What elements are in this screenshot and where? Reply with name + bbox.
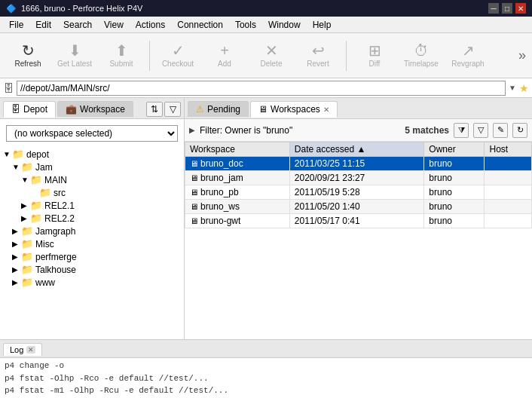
- expand-jamgraph-icon[interactable]: ▶: [12, 227, 21, 235]
- add-button[interactable]: + Add: [203, 36, 246, 75]
- table-row[interactable]: 🖥bruno_doc 2011/03/25 11:15 bruno: [185, 157, 532, 171]
- tree-item-misc[interactable]: ▶ 📁 Misc: [0, 237, 184, 250]
- tree-item-www[interactable]: ▶ 📁 www: [0, 276, 184, 289]
- log-tab-close[interactable]: ✕: [26, 346, 35, 354]
- toolbar-more-icon[interactable]: »: [518, 47, 526, 63]
- title-bar-controls[interactable]: ─ □ ✕: [488, 3, 526, 14]
- menu-search[interactable]: Search: [57, 18, 98, 32]
- col-owner[interactable]: Owner: [424, 142, 485, 157]
- col-date[interactable]: Date accessed ▲: [289, 142, 423, 157]
- close-button[interactable]: ✕: [515, 3, 526, 14]
- filter-button[interactable]: ▽: [164, 102, 181, 117]
- filter-edit-button[interactable]: ✎: [493, 123, 508, 138]
- table-row[interactable]: 🖥bruno_ws 2011/05/20 1:40 bruno: [185, 200, 532, 214]
- cell-date: 2011/05/20 1:40: [289, 200, 423, 214]
- tree-label-talkhouse: Talkhouse: [35, 265, 76, 275]
- filter-funnel-button[interactable]: ⧩: [454, 123, 469, 138]
- menu-edit[interactable]: Edit: [29, 18, 57, 32]
- tree-item-depot[interactable]: ▼ 📁 depot: [0, 148, 184, 161]
- revert-button[interactable]: ↩ Revert: [296, 36, 340, 75]
- col-host[interactable]: Host: [485, 142, 532, 157]
- workspace-select[interactable]: (no workspace selected): [6, 125, 178, 142]
- filter-toggle-icon[interactable]: ▶: [189, 126, 195, 134]
- expand-talkhouse-icon[interactable]: ▶: [12, 265, 21, 274]
- expand-rel22-icon[interactable]: ▶: [21, 214, 30, 222]
- col-owner-label: Owner: [429, 144, 455, 155]
- menu-window[interactable]: Window: [262, 18, 307, 32]
- depot-icon: 🗄: [3, 82, 14, 94]
- tree-item-main[interactable]: ▼ 📁 MAIN: [0, 173, 184, 186]
- timelapse-button[interactable]: ⏱ Timelapse: [399, 36, 443, 75]
- expand-rel21-icon[interactable]: ▶: [21, 201, 30, 210]
- rel22-folder-icon: 📁: [30, 213, 42, 224]
- refresh-icon: ↻: [22, 43, 35, 58]
- table-row[interactable]: 🖥bruno-gwt 2011/05/17 0:41 bruno: [185, 214, 532, 228]
- tree-item-perfmerge[interactable]: ▶ 📁 perfmerge: [0, 250, 184, 263]
- maximize-button[interactable]: □: [502, 3, 512, 14]
- expand-misc-icon[interactable]: ▶: [12, 240, 21, 248]
- title-bar-left: 🔷 1666, bruno - Perforce Helix P4V: [6, 4, 142, 14]
- get-latest-button[interactable]: ⬇ Get Latest: [53, 36, 96, 75]
- menu-connection[interactable]: Connection: [171, 18, 229, 32]
- filter-refresh-button[interactable]: ↻: [512, 123, 527, 138]
- col-workspace[interactable]: Workspace: [185, 142, 290, 157]
- menu-tools[interactable]: Tools: [229, 18, 262, 32]
- col-host-label: Host: [489, 144, 508, 155]
- workspaces-tab-close[interactable]: ✕: [323, 106, 329, 114]
- cell-owner: bruno: [424, 157, 485, 171]
- add-icon: +: [220, 43, 229, 58]
- depot-tab[interactable]: 🗄 Depot: [3, 101, 56, 118]
- workspace-icon: 🖥: [190, 188, 198, 197]
- workspace-tab[interactable]: 💼 Workspace: [57, 101, 133, 117]
- tree-label-misc: Misc: [35, 239, 54, 250]
- menu-view[interactable]: View: [98, 18, 130, 32]
- tree-label-jam: Jam: [35, 162, 53, 173]
- depot-tab-label: Depot: [23, 104, 47, 115]
- matches-count: 5 matches: [405, 125, 449, 136]
- talkhouse-folder-icon: 📁: [21, 264, 33, 275]
- workspaces-tab[interactable]: 🖥 Workspaces ✕: [250, 101, 338, 118]
- perfmerge-folder-icon: 📁: [21, 251, 33, 262]
- right-panel: ⚠ Pending 🖥 Workspaces ✕ ▶ Filter: Owner…: [185, 98, 532, 339]
- expand-www-icon[interactable]: ▶: [12, 278, 21, 286]
- checkout-button[interactable]: ✓ Checkout: [156, 36, 200, 75]
- bookmark-icon[interactable]: ★: [519, 82, 529, 94]
- cell-owner: bruno: [424, 214, 485, 228]
- menu-help[interactable]: Help: [307, 18, 338, 32]
- revgraph-button[interactable]: ↗ Revgraph: [446, 36, 490, 75]
- col-workspace-label: Workspace: [190, 144, 235, 155]
- tree-label-rel22: REL2.2: [44, 213, 75, 224]
- sort-button[interactable]: ⇅: [146, 102, 163, 117]
- submit-button[interactable]: ⬆ Submit: [99, 36, 143, 75]
- tree-item-talkhouse[interactable]: ▶ 📁 Talkhouse: [0, 263, 184, 276]
- tree-item-rel21[interactable]: ▶ 📁 REL2.1: [0, 199, 184, 212]
- tree-item-jamgraph[interactable]: ▶ 📁 Jamgraph: [0, 225, 184, 237]
- tree-item-src[interactable]: 📁 src: [0, 186, 184, 199]
- menu-actions[interactable]: Actions: [130, 18, 171, 32]
- tree-item-jam[interactable]: ▼ 📁 Jam: [0, 161, 184, 173]
- log-tab-bar: Log ✕: [0, 340, 532, 358]
- refresh-button[interactable]: ↻ Refresh: [6, 36, 50, 75]
- menu-file[interactable]: File: [3, 18, 29, 32]
- pending-tab[interactable]: ⚠ Pending: [188, 101, 249, 117]
- filter-options-button[interactable]: ▽: [473, 123, 488, 138]
- diff-button[interactable]: ⊞ Diff: [353, 36, 396, 75]
- minimize-button[interactable]: ─: [488, 3, 499, 14]
- diff-icon: ⊞: [368, 43, 381, 58]
- table-row[interactable]: 🖥bruno_jam 2020/09/21 23:27 bruno: [185, 171, 532, 185]
- tree-item-rel22[interactable]: ▶ 📁 REL2.2: [0, 212, 184, 225]
- address-dropdown-icon[interactable]: ▼: [509, 84, 516, 92]
- expand-perfmerge-icon[interactable]: ▶: [12, 253, 21, 261]
- cell-date: 2020/09/21 23:27: [289, 171, 423, 185]
- expand-depot-icon[interactable]: ▼: [3, 150, 12, 158]
- expand-main-icon[interactable]: ▼: [21, 176, 30, 184]
- log-line: p4 change -o: [5, 360, 527, 372]
- delete-button[interactable]: ✕ Delete: [249, 36, 293, 75]
- file-tree: ▼ 📁 depot ▼ 📁 Jam ▼ 📁 MAIN 📁 src: [0, 148, 184, 339]
- log-tab[interactable]: Log ✕: [3, 343, 42, 356]
- address-input[interactable]: [17, 81, 506, 96]
- expand-jam-icon[interactable]: ▼: [12, 163, 21, 171]
- table-row[interactable]: 🖥bruno_pb 2011/05/19 5:28 bruno: [185, 185, 532, 200]
- left-tab-bar: 🗄 Depot 💼 Workspace ⇅ ▽: [0, 98, 184, 119]
- refresh-label: Refresh: [14, 60, 41, 68]
